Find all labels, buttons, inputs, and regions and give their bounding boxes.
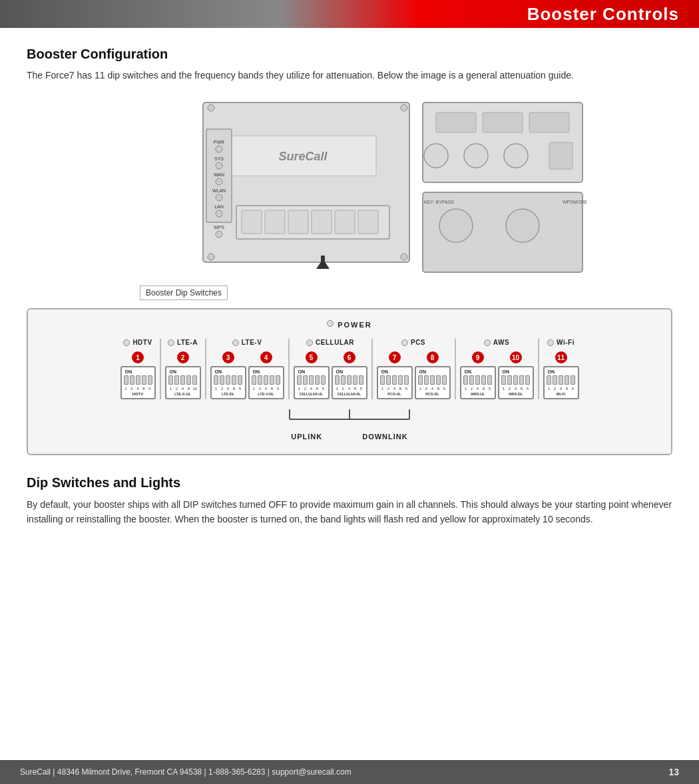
dip-sw[interactable] xyxy=(380,375,385,385)
dip-sw[interactable] xyxy=(309,375,314,385)
wifi-light xyxy=(547,339,554,346)
dip-sw[interactable] xyxy=(463,375,468,385)
svg-text:WAN: WAN xyxy=(214,172,224,177)
group-ltea: LTE-A 2 ON xyxy=(165,339,201,399)
dip-sw[interactable] xyxy=(359,375,363,385)
dip-sw[interactable] xyxy=(192,375,197,385)
dip-sw[interactable] xyxy=(430,375,435,385)
footer-page-number: 13 xyxy=(668,767,679,777)
updown-labels: UPLINK DOWNLINK xyxy=(36,433,663,441)
dip-sw[interactable] xyxy=(565,375,569,385)
dip-sw[interactable] xyxy=(321,375,326,385)
dip-sw[interactable] xyxy=(475,375,480,385)
switch-box-5: ON 12485 xyxy=(294,366,330,399)
switch-box-3: ON 12485 xyxy=(210,366,246,399)
dip-sw[interactable] xyxy=(398,375,403,385)
dip-sw[interactable] xyxy=(507,375,512,385)
svg-text:SureCall: SureCall xyxy=(278,150,328,163)
switch-box-6: ON 12485 xyxy=(332,366,367,399)
dip-sw[interactable] xyxy=(220,375,224,385)
dip-sw[interactable] xyxy=(341,375,346,385)
switch-on-label: ON xyxy=(503,369,510,374)
footer-text: SureCall | 48346 Milmont Drive, Fremont … xyxy=(20,767,351,777)
dip-sw[interactable] xyxy=(547,375,551,385)
dip-sw[interactable] xyxy=(404,375,409,385)
dip-sw[interactable] xyxy=(424,375,429,385)
svg-point-13 xyxy=(216,210,222,217)
dip-sw[interactable] xyxy=(519,375,524,385)
dip-sw[interactable] xyxy=(232,375,236,385)
switch-8: 8 ON 12485 xyxy=(415,351,451,399)
hdtv-light xyxy=(123,339,130,346)
dip-sw[interactable] xyxy=(571,375,575,385)
dip-sw[interactable] xyxy=(481,375,486,385)
section2-description: By default, your booster ships with all … xyxy=(27,497,672,527)
svg-rect-36 xyxy=(549,142,573,169)
svg-rect-22 xyxy=(358,210,378,234)
dip-sw[interactable] xyxy=(214,375,218,385)
switch-on-label: ON xyxy=(419,369,427,374)
svg-point-7 xyxy=(216,162,222,169)
dip-sw[interactable] xyxy=(252,375,256,385)
dip-sw[interactable] xyxy=(276,375,280,385)
svg-text:WPSMODE: WPSMODE xyxy=(563,200,587,204)
dip-sw[interactable] xyxy=(226,375,230,385)
dip-sw[interactable] xyxy=(297,375,302,385)
dip-sw[interactable] xyxy=(238,375,242,385)
dip-sw[interactable] xyxy=(130,375,134,385)
switch-on-label: ON xyxy=(298,369,306,374)
dip-sw[interactable] xyxy=(168,375,173,385)
dip-sw[interactable] xyxy=(553,375,557,385)
dip-sw[interactable] xyxy=(487,375,492,385)
cellular-label: CELLULAR xyxy=(316,339,354,346)
dip-sw[interactable] xyxy=(124,375,128,385)
dip-sw[interactable] xyxy=(136,375,140,385)
dip-sw[interactable] xyxy=(353,375,357,385)
dip-sw[interactable] xyxy=(303,375,308,385)
switch-on-label: ON xyxy=(336,369,344,374)
dip-sw[interactable] xyxy=(525,375,530,385)
switch-on-label: ON xyxy=(215,369,222,374)
device-image-area: SureCall PWR SYS WAN WLAN LAN WPS xyxy=(27,96,672,282)
dip-sw[interactable] xyxy=(513,375,518,385)
dip-sw[interactable] xyxy=(264,375,268,385)
dip-sw[interactable] xyxy=(469,375,474,385)
svg-point-5 xyxy=(216,146,222,152)
dip-sw[interactable] xyxy=(501,375,506,385)
power-label: POWER xyxy=(338,321,372,329)
svg-rect-32 xyxy=(529,112,569,132)
switch-num-7: 7 xyxy=(389,351,401,363)
switch-2: 2 ON 124816 xyxy=(165,351,201,399)
dip-sw[interactable] xyxy=(436,375,441,385)
dip-sw[interactable] xyxy=(442,375,447,385)
switch-11: 11 ON 12485 xyxy=(543,351,579,399)
booster-dip-label: Booster Dip Switches xyxy=(140,286,228,300)
switch-box-4: ON 12485 xyxy=(248,366,284,399)
section1-title: Booster Configuration xyxy=(27,47,672,62)
switch-6: 6 ON 12485 xyxy=(332,351,367,399)
dip-sw[interactable] xyxy=(258,375,262,385)
switch-num-5: 5 xyxy=(306,351,318,363)
svg-point-38 xyxy=(439,209,473,242)
power-indicator-light xyxy=(327,320,334,327)
dip-sw[interactable] xyxy=(418,375,423,385)
svg-text:LAN: LAN xyxy=(214,204,224,209)
dip-sw[interactable] xyxy=(180,375,185,385)
switch-on-label: ON xyxy=(548,369,555,374)
booster-device-svg: SureCall PWR SYS WAN WLAN LAN WPS xyxy=(97,96,602,282)
dip-sw[interactable] xyxy=(315,375,320,385)
dip-sw[interactable] xyxy=(392,375,397,385)
dip-sw[interactable] xyxy=(174,375,179,385)
dip-sw[interactable] xyxy=(347,375,351,385)
dip-sw[interactable] xyxy=(142,375,146,385)
dip-switch-panel: POWER HDTV 1 ON xyxy=(27,308,672,455)
switch-num-4: 4 xyxy=(260,351,272,363)
dip-sw[interactable] xyxy=(559,375,563,385)
ltev-light xyxy=(232,339,239,346)
group-aws: AWS 9 ON xyxy=(460,339,534,399)
dip-sw[interactable] xyxy=(148,375,152,385)
dip-sw[interactable] xyxy=(270,375,274,385)
dip-sw[interactable] xyxy=(386,375,391,385)
dip-sw[interactable] xyxy=(186,375,191,385)
dip-sw[interactable] xyxy=(335,375,340,385)
